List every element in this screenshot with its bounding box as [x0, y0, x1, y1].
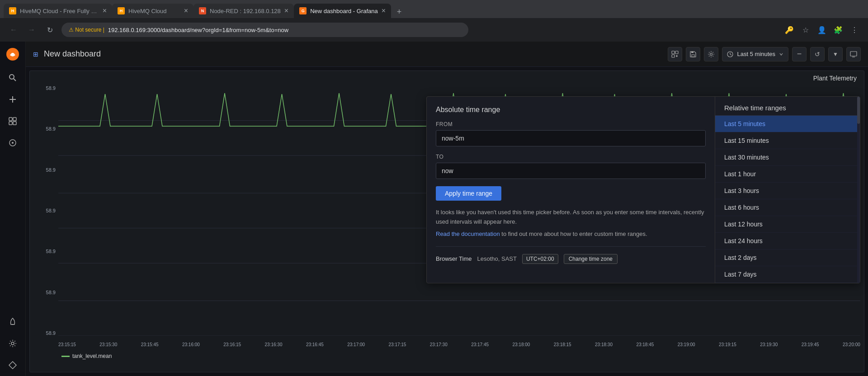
- refresh-button[interactable]: ↺: [810, 47, 825, 61]
- dashboard-title: New dashboard: [44, 49, 101, 59]
- sidebar-item-explore[interactable]: [0, 132, 26, 154]
- svg-rect-15: [675, 51, 678, 54]
- browser-tab-3[interactable]: N Node-RED : 192.168.0.128 ×: [193, 4, 294, 18]
- chart-legend: tank_level.mean: [61, 353, 112, 359]
- grafana-logo[interactable]: [0, 42, 26, 67]
- relative-item-3[interactable]: Last 1 hour: [715, 166, 860, 183]
- tab4-close[interactable]: ×: [382, 7, 386, 14]
- browser-tab-4[interactable]: G New dashboard - Grafana ×: [294, 4, 391, 18]
- browser-time-bar: Browser Time Lesotho, SAST UTC+02:00 Cha…: [436, 246, 706, 264]
- x-label-15: 23:19:00: [678, 342, 695, 347]
- x-label-2: 23:15:45: [141, 342, 159, 347]
- sidebar-item-configuration[interactable]: [0, 333, 26, 354]
- settings-button[interactable]: [704, 47, 718, 61]
- reload-button[interactable]: ↻: [43, 24, 56, 36]
- dashboard-icon: ⊞: [33, 51, 38, 58]
- x-label-10: 23:17:45: [471, 342, 489, 347]
- sidebar-item-create[interactable]: [0, 89, 26, 110]
- x-label-17: 23:19:30: [760, 342, 778, 347]
- svg-point-13: [11, 342, 14, 345]
- relative-item-6[interactable]: Last 12 hours: [715, 216, 860, 233]
- sidebar-item-dashboards[interactable]: [0, 110, 26, 132]
- more-icon[interactable]: ⋮: [848, 24, 861, 36]
- from-input[interactable]: [436, 130, 706, 146]
- svg-rect-6: [9, 118, 12, 121]
- y-label-7: 58.9: [46, 330, 56, 336]
- utc-badge: UTC+02:00: [522, 254, 558, 264]
- panel-title: Plant Telemetry: [30, 71, 864, 85]
- y-label-5: 58.9: [46, 249, 56, 254]
- x-axis: 23:15:15 23:15:30 23:15:45 23:16:00 23:1…: [58, 342, 860, 347]
- forward-button[interactable]: →: [25, 24, 38, 36]
- panel: Plant Telemetry 58.9 58.9 58.9 58.9 58.9…: [29, 70, 864, 372]
- to-label: To: [436, 154, 706, 160]
- time-range-button[interactable]: Last 5 minutes: [722, 47, 788, 61]
- tab1-title: HiveMQ Cloud - Free Fully Mana...: [20, 8, 99, 14]
- add-panel-button[interactable]: [668, 47, 682, 61]
- sidebar-item-alerting[interactable]: [0, 311, 26, 333]
- svg-rect-16: [672, 55, 675, 57]
- tab2-title: HiveMQ Cloud: [128, 8, 180, 14]
- y-label-1: 58.9: [46, 85, 56, 91]
- x-label-19: 23:20:00: [843, 342, 860, 347]
- x-label-8: 23:17:15: [389, 342, 406, 347]
- browser-time-label: Browser Time: [436, 255, 472, 262]
- tab2-close[interactable]: ×: [184, 7, 188, 14]
- address-input[interactable]: ⚠ Not secure | 192.168.0.169:3000/dashbo…: [61, 23, 468, 37]
- to-input[interactable]: [436, 163, 706, 179]
- svg-line-3: [14, 79, 16, 81]
- relative-item-9[interactable]: Last 7 days: [715, 266, 860, 283]
- browser-tab-1[interactable]: H HiveMQ Cloud - Free Fully Mana... ×: [4, 4, 112, 18]
- key-icon[interactable]: 🔑: [783, 24, 796, 36]
- profile-icon[interactable]: 👤: [816, 24, 828, 36]
- browser-tab-2[interactable]: H HiveMQ Cloud ×: [112, 4, 193, 18]
- tab2-favicon: H: [118, 7, 125, 14]
- browser-actions: 🔑 ☆ 👤 🧩 ⋮: [783, 24, 861, 36]
- browser-chrome: H HiveMQ Cloud - Free Fully Mana... × H …: [0, 0, 868, 42]
- relative-item-5[interactable]: Last 6 hours: [715, 199, 860, 216]
- x-label-4: 23:16:15: [223, 342, 241, 347]
- tv-mode-button[interactable]: [846, 47, 861, 61]
- address-bar: ← → ↻ ⚠ Not secure | 192.168.0.169:3000/…: [0, 18, 868, 42]
- scrollbar-thumb[interactable]: [857, 97, 860, 124]
- svg-rect-25: [850, 52, 857, 56]
- browser-time-zone: Lesotho, SAST: [477, 255, 516, 262]
- extensions-icon[interactable]: 🧩: [832, 24, 844, 36]
- relative-item-2[interactable]: Last 30 minutes: [715, 149, 860, 166]
- tab3-close[interactable]: ×: [284, 7, 288, 14]
- change-time-zone-button[interactable]: Change time zone: [564, 254, 618, 264]
- sidebar-item-search[interactable]: [0, 67, 26, 89]
- x-label-9: 23:17:30: [430, 342, 448, 347]
- apply-time-range-button[interactable]: Apply time range: [436, 186, 501, 201]
- top-nav-actions: Last 5 minutes − ↺ ▼: [668, 47, 861, 61]
- back-button[interactable]: ←: [7, 24, 20, 36]
- tab3-favicon: N: [199, 7, 206, 14]
- tab4-favicon: G: [299, 7, 307, 14]
- relative-item-8[interactable]: Last 2 days: [715, 249, 860, 266]
- legend-color-swatch: [61, 356, 70, 357]
- relative-item-1[interactable]: Last 15 minutes: [715, 132, 860, 149]
- sidebar: [0, 42, 26, 376]
- relative-item-0[interactable]: Last 5 minutes: [715, 116, 860, 132]
- svg-rect-8: [9, 122, 12, 125]
- new-tab-button[interactable]: +: [393, 5, 406, 18]
- relative-item-4[interactable]: Last 3 hours: [715, 183, 860, 199]
- svg-point-11: [12, 142, 14, 144]
- x-label-14: 23:18:45: [636, 342, 654, 347]
- x-label-6: 23:16:45: [306, 342, 324, 347]
- zoom-out-button[interactable]: −: [792, 47, 807, 61]
- main-content: ⊞ New dashboard Last 5 minutes −: [26, 42, 868, 376]
- tab1-close[interactable]: ×: [103, 7, 107, 14]
- relative-item-7[interactable]: Last 24 hours: [715, 233, 860, 249]
- refresh-dropdown-button[interactable]: ▼: [828, 47, 843, 61]
- x-label-18: 23:19:45: [802, 342, 819, 347]
- sidebar-item-server-admin[interactable]: [0, 354, 26, 376]
- time-picker-left: Absolute time range From To Apply time r…: [427, 97, 715, 283]
- hint-text: It looks like you haven't used this time…: [436, 208, 706, 227]
- documentation-link[interactable]: Read the documentation: [436, 230, 500, 237]
- relative-time-ranges-title: Relative time ranges: [715, 97, 860, 116]
- svg-point-2: [9, 75, 14, 79]
- bookmark-icon[interactable]: ☆: [799, 24, 812, 36]
- save-dashboard-button[interactable]: [686, 47, 700, 61]
- svg-line-24: [730, 54, 731, 55]
